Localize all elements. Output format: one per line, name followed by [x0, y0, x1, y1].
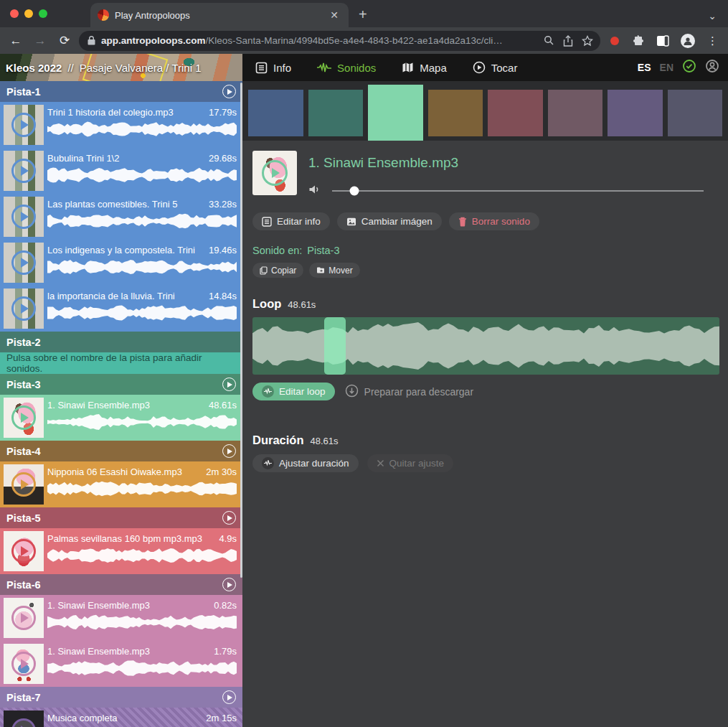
sound-row[interactable]: Trini 1 historia del colegio.mp317.79s [0, 102, 242, 148]
track-swatch-1[interactable] [248, 90, 303, 136]
sound-row[interactable]: 1. Sinawi Ensemble.mp30.82s [0, 595, 242, 641]
bookmark-star-icon[interactable] [582, 35, 593, 47]
side-panel-icon[interactable] [656, 35, 669, 47]
track-swatch-2[interactable] [308, 90, 364, 136]
sound-thumbnail[interactable] [4, 531, 44, 571]
edit-loop-button[interactable]: Editar loop [252, 383, 335, 400]
sound-row[interactable]: 1. Sinawi Ensemble.mp348.61s [0, 395, 242, 441]
track-name[interactable]: Pista-2 [6, 337, 236, 348]
minimize-window-button[interactable] [24, 9, 33, 18]
sound-row[interactable]: Las plantas comestibles. Trini 533.28s [0, 194, 242, 240]
sound-play-icon[interactable] [11, 606, 36, 630]
track-play-icon[interactable] [222, 690, 236, 704]
sound-row[interactable]: 1. Sinawi Ensemble.mp31.79s [0, 641, 242, 687]
reload-button[interactable]: ⟳ [55, 33, 75, 48]
synced-check-icon[interactable] [682, 59, 696, 76]
account-icon[interactable] [705, 59, 719, 76]
sound-name[interactable]: Musica completa [47, 713, 122, 723]
share-icon[interactable] [563, 35, 573, 47]
lang-en[interactable]: EN [660, 62, 673, 73]
track-swatch-7[interactable] [608, 90, 663, 136]
change-image-button[interactable]: Cambiar imágen [337, 212, 442, 230]
sound-name[interactable]: 1. Sinawi Ensemble.mp3 [47, 600, 154, 611]
track-name[interactable]: Pista-3 [6, 379, 222, 390]
sound-row[interactable]: la importancia de la lluvia. Trini14.84s [0, 286, 242, 332]
sound-location-link[interactable]: Pista-3 [307, 245, 339, 256]
sound-thumbnail[interactable] [4, 464, 44, 505]
sound-play-icon[interactable] [11, 718, 36, 727]
track-name[interactable]: Pista-7 [6, 692, 222, 703]
sound-name[interactable]: Las plantas comestibles. Trini 5 [47, 199, 181, 210]
track-play-icon[interactable] [222, 511, 236, 525]
recording-extension-icon[interactable] [610, 37, 619, 45]
sound-name[interactable]: Los indigenas y la compostela. Trini [47, 245, 199, 255]
track-header-pista-4[interactable]: Pista-4 [0, 441, 242, 461]
sound-play-icon[interactable] [11, 405, 36, 430]
browser-tab[interactable]: Play Antropoloops ✕ [90, 3, 349, 27]
track-header-pista-3[interactable]: Pista-3 [0, 374, 242, 395]
track-name[interactable]: Pista-5 [6, 512, 222, 524]
sound-cover-image[interactable] [252, 151, 297, 195]
track-swatch-8[interactable] [668, 90, 723, 136]
breadcrumb-session[interactable]: Pasaje Valvanera / Trini 1 [80, 62, 202, 74]
sound-thumbnail[interactable] [4, 644, 44, 684]
track-swatch-3[interactable] [368, 85, 423, 141]
sound-play-icon[interactable] [11, 296, 36, 321]
track-play-icon[interactable] [222, 444, 236, 458]
sound-play-icon[interactable] [11, 113, 36, 137]
sound-play-icon[interactable] [11, 250, 36, 275]
sound-name[interactable]: Nipponia 06 Esashi Oiwake.mp3 [47, 466, 186, 477]
sound-name[interactable]: la importancia de la lluvia. Trini [47, 291, 179, 301]
sidebar-scrollbar[interactable] [240, 83, 242, 578]
move-button[interactable]: Mover [309, 263, 359, 278]
map-thumbnail[interactable]: Kleos 2022 // Pasaje Valvanera / Trini 1 [0, 54, 242, 81]
close-window-button[interactable] [10, 9, 19, 18]
browser-menu-icon[interactable]: ⋮ [703, 34, 722, 47]
back-button[interactable]: ← [6, 34, 26, 48]
track-swatch-6[interactable] [548, 90, 603, 136]
loop-waveform[interactable] [252, 317, 719, 375]
track-empty-hint[interactable]: Pulsa sobre el nombre de la pista para a… [0, 352, 242, 374]
track-header-pista-1[interactable]: Pista-1 [0, 81, 242, 102]
extensions-puzzle-icon[interactable] [633, 34, 645, 47]
loop-selection-highlight[interactable] [324, 317, 346, 375]
sound-play-icon[interactable] [11, 159, 36, 183]
volume-slider-thumb[interactable] [350, 187, 359, 196]
sound-thumbnail[interactable] [4, 105, 44, 145]
sound-thumbnail[interactable] [4, 289, 44, 329]
profile-avatar[interactable] [681, 34, 695, 48]
sound-play-icon[interactable] [11, 205, 36, 229]
volume-icon[interactable] [308, 184, 321, 198]
track-header-pista-7[interactable]: Pista-7 [0, 687, 242, 708]
zoom-page-icon[interactable] [544, 35, 554, 46]
sound-thumbnail[interactable] [4, 598, 44, 638]
tab-tocar[interactable]: Tocar [473, 61, 518, 74]
zoom-window-button[interactable] [39, 9, 47, 18]
track-swatch-4[interactable] [428, 90, 483, 136]
sound-row[interactable]: Musica completa2m 15s [0, 708, 242, 727]
prepare-download-button[interactable]: Preparar para descargar [345, 384, 474, 400]
tab-sonidos[interactable]: Sonidos [317, 62, 376, 74]
sound-play-icon[interactable] [11, 472, 36, 497]
new-tab-button[interactable]: + [349, 6, 377, 27]
track-swatch-5[interactable] [488, 90, 543, 136]
volume-slider[interactable] [332, 190, 704, 192]
track-header-pista-6[interactable]: Pista-6 [0, 574, 242, 595]
edit-info-button[interactable]: Editar info [252, 212, 330, 230]
delete-sound-button[interactable]: Borrar sonido [449, 212, 539, 230]
sound-row[interactable]: Nipponia 06 Esashi Oiwake.mp32m 30s [0, 461, 242, 507]
track-play-icon[interactable] [222, 377, 236, 391]
track-play-icon[interactable] [222, 578, 236, 591]
forward-button[interactable]: → [30, 34, 50, 48]
sound-thumbnail[interactable] [4, 710, 44, 727]
sound-play-icon[interactable] [11, 652, 36, 676]
tab-search-chevron-icon[interactable]: ⌄ [708, 10, 728, 27]
sound-thumbnail[interactable] [4, 197, 44, 237]
track-header-pista-5[interactable]: Pista-5 [0, 507, 242, 528]
sound-name[interactable]: Bubulina Trini 1\2 [47, 153, 123, 164]
track-name[interactable]: Pista-4 [6, 446, 222, 457]
sound-name[interactable]: Trini 1 historia del colegio.mp3 [47, 107, 178, 118]
tab-close-icon[interactable]: ✕ [327, 9, 341, 21]
sound-name[interactable]: 1. Sinawi Ensemble.mp3 [47, 646, 154, 657]
breadcrumb-project[interactable]: Kleos 2022 [6, 62, 62, 74]
